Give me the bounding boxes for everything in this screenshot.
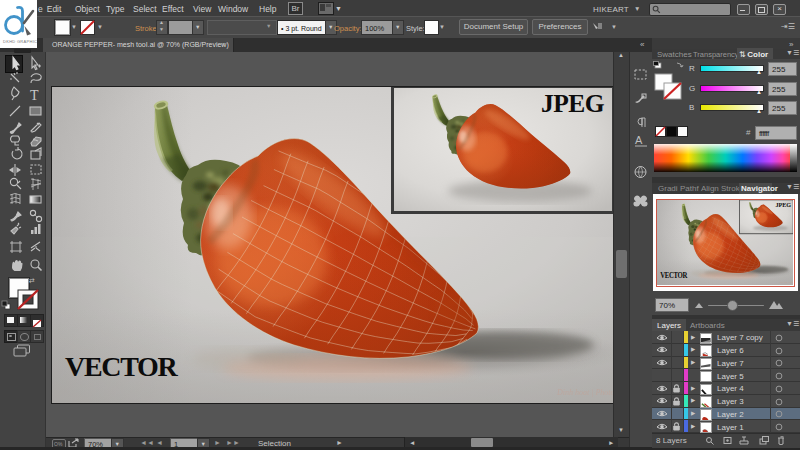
svg-text:Dinh hoat | Photograph: Dinh hoat | Photograph	[556, 388, 613, 397]
svg-text:JPEG: JPEG	[541, 89, 605, 118]
svg-text:T: T	[30, 88, 39, 103]
svg-text:A: A	[635, 134, 643, 146]
svg-text:VECTOR: VECTOR	[65, 351, 179, 382]
